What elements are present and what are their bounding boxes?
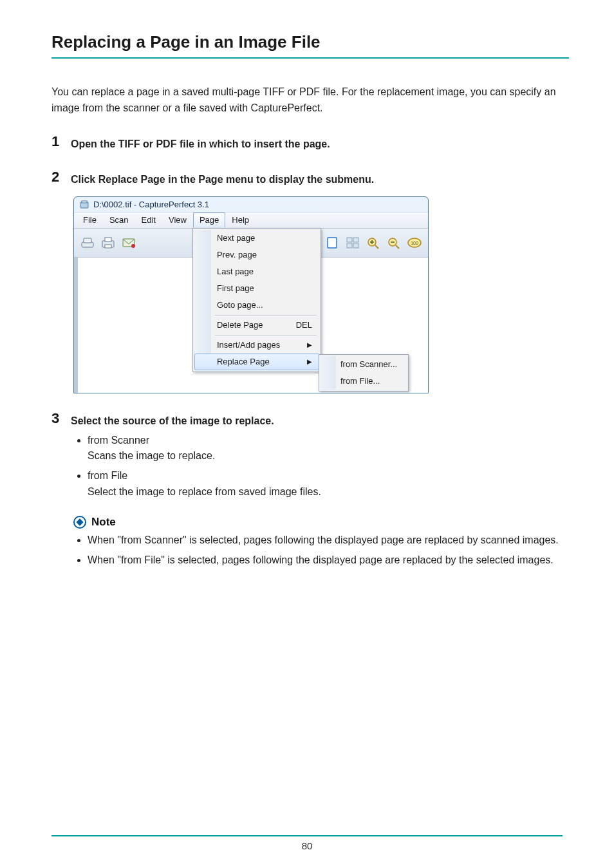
page-title: Replacing a Page in an Image File	[51, 32, 569, 59]
substep-from-file: from File Select the image to replace fr…	[88, 468, 569, 500]
menu-page[interactable]: Page	[193, 212, 225, 228]
menu-next-page[interactable]: Next page	[194, 230, 319, 247]
menu-edit[interactable]: Edit	[135, 212, 162, 228]
screenshot-window: D:\0002.tif - CapturePerfect 3.1 File Sc…	[73, 196, 429, 393]
menu-replace-page[interactable]: Replace Page ▶ from Scanner... from File…	[194, 354, 319, 370]
step-1-number: 1	[51, 135, 63, 149]
intro-text: You can replace a page in a saved multi-…	[51, 84, 569, 117]
shortcut-del: DEL	[296, 320, 312, 330]
svg-rect-6	[105, 245, 111, 248]
step-2: 2 Click Replace Page in the Page menu to…	[51, 170, 569, 187]
page-number: 80	[0, 840, 614, 851]
note-list: When "from Scanner" is selected, pages f…	[73, 533, 569, 569]
replace-page-submenu: from Scanner... from File...	[319, 354, 409, 392]
window-title: D:\0002.tif - CapturePerfect 3.1	[93, 200, 209, 209]
menu-scan[interactable]: Scan	[103, 212, 135, 228]
note-heading: Note	[73, 516, 569, 529]
svg-rect-10	[347, 238, 352, 242]
page-footer: 80	[0, 835, 614, 851]
printer-icon[interactable]	[100, 234, 116, 251]
step-3-number: 3	[51, 411, 63, 426]
step-1: 1 Open the TIFF or PDF file in which to …	[51, 135, 569, 152]
multi-page-view-icon[interactable]	[344, 234, 361, 251]
step-3: 3 Select the source of the image to repl…	[51, 411, 569, 429]
svg-rect-5	[105, 238, 111, 241]
svg-rect-13	[353, 243, 358, 248]
menu-separator	[215, 315, 317, 316]
step-2-text: Click Replace Page in the Page menu to d…	[71, 170, 374, 187]
submenu-from-file[interactable]: from File...	[321, 373, 407, 390]
step-2-number: 2	[51, 170, 63, 184]
menu-first-page[interactable]: First page	[194, 280, 319, 297]
menubar: File Scan Edit View Page Next page Prev.…	[74, 212, 428, 229]
svg-rect-11	[353, 238, 358, 242]
page-menu-dropdown: Next page Prev. page Last page First pag…	[192, 228, 321, 372]
substep-from-scanner: from Scanner Scans the image to replace.	[88, 433, 569, 465]
svg-rect-12	[347, 243, 352, 248]
menu-insert-add-pages[interactable]: Insert/Add pages ▶	[194, 337, 319, 354]
zoom-out-icon[interactable]	[386, 234, 402, 251]
menu-last-page[interactable]: Last page	[194, 263, 319, 280]
note-item: When "from File" is selected, pages foll…	[88, 552, 569, 569]
step-1-text: Open the TIFF or PDF file in which to in…	[71, 135, 330, 152]
menu-view[interactable]: View	[162, 212, 193, 228]
svg-rect-1	[82, 201, 87, 203]
svg-line-15	[375, 245, 378, 249]
zoom-in-icon[interactable]	[365, 234, 382, 251]
note-icon	[73, 516, 86, 529]
submenu-from-scanner[interactable]: from Scanner...	[321, 356, 407, 373]
svg-text:100: 100	[411, 241, 418, 245]
menu-goto-page[interactable]: Goto page...	[194, 297, 319, 314]
mail-icon[interactable]	[120, 234, 137, 251]
svg-point-8	[131, 244, 135, 248]
svg-rect-9	[328, 238, 337, 248]
menu-prev-page[interactable]: Prev. page	[194, 247, 319, 263]
single-page-view-icon[interactable]	[324, 234, 340, 251]
menu-help[interactable]: Help	[225, 212, 256, 228]
menu-delete-page[interactable]: Delete Page DEL	[194, 317, 319, 334]
app-icon	[79, 200, 89, 210]
menu-separator	[215, 335, 317, 335]
svg-rect-3	[84, 238, 91, 243]
submenu-arrow-icon: ▶	[307, 341, 312, 348]
window-titlebar: D:\0002.tif - CapturePerfect 3.1	[74, 197, 428, 212]
menu-file[interactable]: File	[77, 212, 103, 228]
submenu-arrow-icon: ▶	[307, 358, 312, 365]
svg-line-19	[396, 245, 399, 249]
step-3-substeps: from Scanner Scans the image to replace.…	[73, 433, 569, 500]
step-3-text: Select the source of the image to replac…	[71, 411, 274, 429]
zoom-100-icon[interactable]: 100	[406, 234, 423, 251]
note-item: When "from Scanner" is selected, pages f…	[88, 533, 569, 549]
scanner-icon[interactable]	[79, 234, 96, 251]
note-label: Note	[91, 516, 116, 529]
